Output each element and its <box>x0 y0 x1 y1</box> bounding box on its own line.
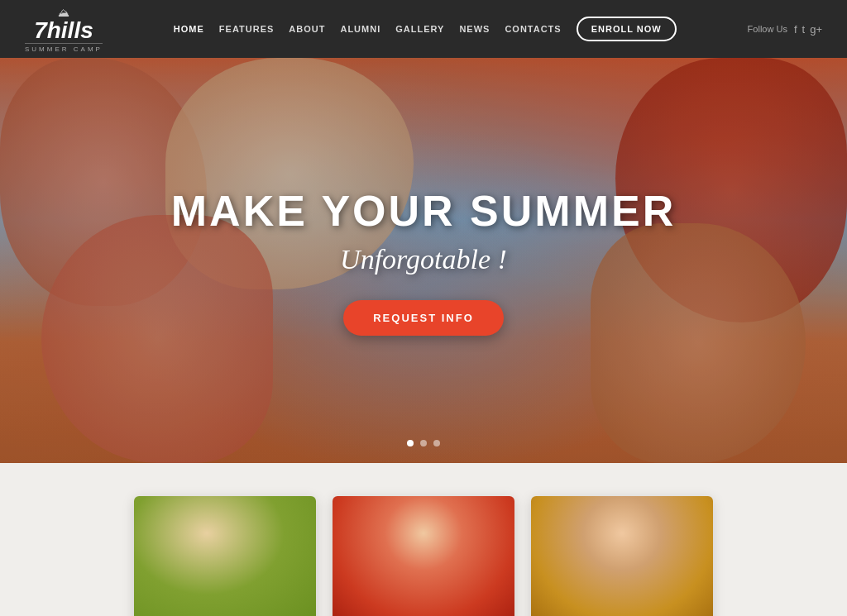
twitter-icon[interactable]: t <box>802 23 806 36</box>
nav-alumni[interactable]: ALUMNI <box>340 24 380 34</box>
dot-2[interactable] <box>420 440 427 446</box>
nav-about[interactable]: ABOUT <box>289 24 325 34</box>
facebook-icon[interactable]: f <box>794 23 797 36</box>
nav-gallery[interactable]: GALLERY <box>395 24 444 34</box>
gallery-card: Photos VISIT GALLERY MORE <box>134 496 316 616</box>
logo-subtitle: SUMMER CAMP <box>25 43 103 53</box>
staff-card: Staff Positions JOIN THE TEAM MORE <box>531 496 713 616</box>
nav-contacts[interactable]: CONTACTS <box>505 24 561 34</box>
hero-title: MAKE YOUR SUMMER <box>171 186 676 236</box>
nav-home[interactable]: HOME <box>174 24 204 34</box>
googleplus-icon[interactable]: g+ <box>810 23 822 36</box>
staff-card-image <box>531 496 713 616</box>
slider-dots <box>407 440 440 446</box>
request-info-button[interactable]: REQUEST INFO <box>343 300 504 336</box>
nav-features[interactable]: FEATURES <box>219 24 274 34</box>
header: ⛰ 7hills SUMMER CAMP HOME FEATURES ABOUT… <box>0 0 847 58</box>
dot-1[interactable] <box>407 440 414 446</box>
follow-us-label: Follow Us <box>748 24 787 34</box>
logo[interactable]: ⛰ 7hills SUMMER CAMP <box>25 6 103 53</box>
logo-text: 7hills <box>34 19 93 42</box>
hero-section: MAKE YOUR SUMMER Unforgotable ! REQUEST … <box>0 58 847 463</box>
social-icons: f t g+ <box>794 23 822 36</box>
nav-news[interactable]: NEWS <box>459 24 490 34</box>
gallery-card-image <box>134 496 316 616</box>
alumni-card-image <box>333 496 514 616</box>
alumni-card: Alumni STAY IN TOUCH MORE <box>333 496 514 616</box>
hero-content: MAKE YOUR SUMMER Unforgotable ! REQUEST … <box>171 186 676 336</box>
hero-subtitle: Unforgotable ! <box>171 244 676 275</box>
main-nav: HOME FEATURES ABOUT ALUMNI GALLERY NEWS … <box>174 17 677 41</box>
dot-3[interactable] <box>433 440 440 446</box>
follow-us-area: Follow Us f t g+ <box>748 23 822 36</box>
cards-section: Photos VISIT GALLERY MORE Alumni STAY IN… <box>0 463 847 616</box>
logo-area: ⛰ 7hills SUMMER CAMP <box>25 6 103 53</box>
enroll-button[interactable]: ENROLL NOW <box>577 17 677 41</box>
